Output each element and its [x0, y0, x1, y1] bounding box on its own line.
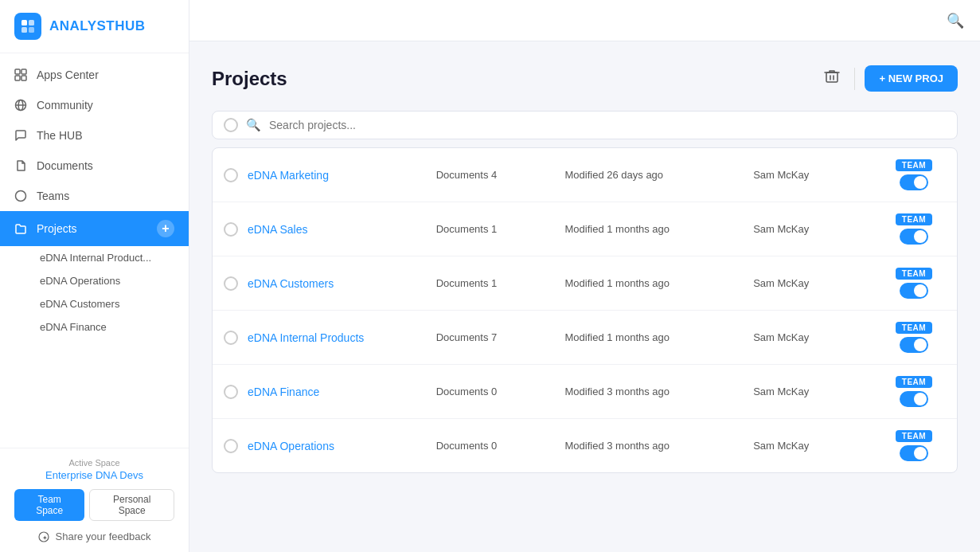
trash-icon	[824, 69, 840, 84]
header-actions: + NEW PROJ	[819, 64, 958, 93]
toggle-switch-1[interactable]	[900, 229, 928, 245]
sidebar-item-community[interactable]: Community	[0, 90, 189, 120]
row-checkbox-4[interactable]	[224, 385, 238, 399]
sub-item-0[interactable]: eDNA Internal Product...	[0, 246, 189, 269]
search-input[interactable]	[269, 119, 946, 131]
feedback-link[interactable]: ✦ Share your feedback	[14, 530, 174, 542]
select-all-checkbox[interactable]	[224, 118, 238, 132]
sub-item-3[interactable]: eDNA Finance	[0, 315, 189, 339]
project-docs-5: Documents 0	[436, 440, 556, 452]
sidebar-item-projects[interactable]: Projects +	[0, 211, 189, 246]
search-icon: 🔍	[246, 118, 261, 132]
apps-center-label: Apps Center	[37, 69, 99, 81]
globe-icon	[14, 99, 27, 112]
project-modified-2: Modified 1 months ago	[565, 277, 744, 289]
toggle-switch-3[interactable]	[900, 337, 928, 353]
project-owner-4: Sam McKay	[753, 386, 873, 397]
page-header: Projects + NEW PROJ	[212, 64, 958, 93]
project-name-2[interactable]: eDNA Customers	[248, 277, 427, 290]
sidebar-item-teams[interactable]: Teams	[0, 181, 189, 211]
project-modified-1: Modified 1 months ago	[565, 223, 744, 235]
table-row: eDNA Finance Documents 0 Modified 3 mont…	[213, 365, 957, 419]
svg-rect-14	[826, 72, 837, 82]
project-docs-1: Documents 1	[436, 223, 556, 235]
table-row: eDNA Marketing Documents 4 Modified 26 d…	[213, 148, 957, 202]
svg-rect-5	[21, 69, 26, 74]
sidebar-item-documents[interactable]: Documents	[0, 151, 189, 181]
sidebar-item-the-hub[interactable]: The HUB	[0, 120, 189, 151]
community-label: Community	[37, 99, 93, 112]
svg-rect-0	[21, 20, 27, 25]
row-checkbox-0[interactable]	[224, 168, 238, 182]
row-checkbox-5[interactable]	[224, 439, 238, 453]
team-badge-0: TEAM	[896, 159, 932, 171]
row-checkbox-1[interactable]	[224, 222, 238, 237]
divider	[854, 68, 855, 90]
sub-item-1[interactable]: eDNA Operations	[0, 269, 189, 292]
project-docs-2: Documents 1	[436, 277, 556, 289]
logo-icon	[14, 13, 41, 40]
project-name-4[interactable]: eDNA Finance	[248, 386, 427, 398]
teams-icon	[14, 190, 27, 202]
project-owner-0: Sam McKay	[753, 169, 873, 181]
project-badge-area-2: TEAM	[882, 268, 946, 299]
topbar-search-icon[interactable]: 🔍	[947, 12, 964, 29]
main-area: 🔍 Projects + NEW PROJ 🔍 eDNA Marketing D…	[189, 0, 980, 552]
project-owner-2: Sam McKay	[753, 277, 873, 289]
grid-icon	[14, 69, 27, 81]
content-area: Projects + NEW PROJ 🔍 eDNA Marketing Doc…	[189, 41, 980, 552]
projects-label: Projects	[37, 222, 77, 235]
svg-rect-1	[29, 20, 34, 25]
project-badge-area-3: TEAM	[882, 322, 946, 353]
project-modified-4: Modified 3 months ago	[565, 386, 744, 397]
team-badge-2: TEAM	[896, 268, 932, 280]
delete-button[interactable]	[819, 64, 845, 93]
svg-rect-4	[15, 69, 20, 74]
team-badge-1: TEAM	[896, 213, 932, 225]
new-project-button[interactable]: + NEW PROJ	[865, 65, 958, 92]
row-checkbox-2[interactable]	[224, 276, 238, 291]
svg-rect-7	[21, 76, 26, 80]
project-name-3[interactable]: eDNA Internal Products	[248, 331, 427, 344]
sub-item-2[interactable]: eDNA Customers	[0, 292, 189, 315]
project-name-5[interactable]: eDNA Operations	[248, 440, 427, 452]
team-badge-5: TEAM	[896, 430, 932, 442]
project-owner-1: Sam McKay	[753, 223, 873, 235]
folder-icon	[14, 222, 27, 235]
toggle-switch-5[interactable]	[900, 445, 928, 461]
sidebar-item-apps-center[interactable]: Apps Center	[0, 60, 189, 90]
svg-rect-6	[15, 76, 20, 80]
active-space-label: Active Space	[14, 458, 174, 468]
project-modified-5: Modified 3 months ago	[565, 440, 744, 452]
project-owner-5: Sam McKay	[753, 440, 873, 452]
logo-hub: HUB	[115, 18, 145, 33]
row-checkbox-3[interactable]	[224, 331, 238, 345]
toggle-switch-2[interactable]	[900, 283, 928, 299]
toggle-switch-4[interactable]	[900, 391, 928, 407]
documents-label: Documents	[37, 159, 93, 172]
add-project-icon[interactable]: +	[157, 220, 174, 237]
logo-text: ANALYSTHUB	[49, 18, 146, 34]
project-badge-area-4: TEAM	[882, 376, 946, 407]
the-hub-label: The HUB	[37, 129, 83, 142]
svg-text:✦: ✦	[41, 534, 47, 541]
active-space-name: Enterprise DNA Devs	[14, 469, 174, 481]
svg-rect-2	[21, 27, 27, 33]
projects-table: eDNA Marketing Documents 4 Modified 26 d…	[212, 147, 958, 473]
team-badge-3: TEAM	[896, 322, 932, 334]
toggle-switch-0[interactable]	[900, 174, 928, 190]
team-space-button[interactable]: Team Space	[14, 489, 84, 521]
project-name-0[interactable]: eDNA Marketing	[248, 169, 427, 182]
project-badge-area-1: TEAM	[882, 213, 946, 245]
project-docs-3: Documents 7	[436, 331, 556, 343]
table-row: eDNA Sales Documents 1 Modified 1 months…	[213, 202, 957, 256]
personal-space-button[interactable]: Personal Space	[89, 489, 174, 521]
sidebar-bottom: Active Space Enterprise DNA Devs Team Sp…	[0, 448, 189, 552]
project-sub-items: eDNA Internal Product... eDNA Operations…	[0, 246, 189, 342]
team-badge-4: TEAM	[896, 376, 932, 388]
search-bar: 🔍	[212, 111, 958, 139]
feedback-icon: ✦	[38, 531, 49, 542]
logo-area: ANALYSTHUB	[0, 0, 189, 53]
table-row: eDNA Operations Documents 0 Modified 3 m…	[213, 419, 957, 472]
project-name-1[interactable]: eDNA Sales	[248, 223, 427, 236]
